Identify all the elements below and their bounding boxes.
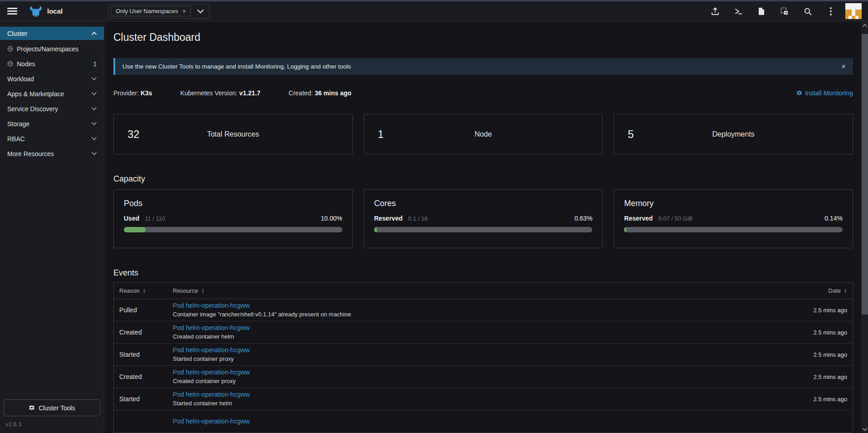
capacity-title: Memory [624, 199, 843, 208]
event-reason: Pulled [114, 299, 173, 321]
cluster-tools-banner: Use the new Cluster Tools to manage and … [113, 58, 853, 75]
event-date [757, 410, 853, 433]
sort-icon: ▲▼ [201, 288, 205, 294]
chevron-down-icon [92, 107, 97, 110]
capacity-cards: Pods Used 11 / 110 10.00% Cores Reserved… [113, 189, 853, 248]
chevron-down-icon [92, 77, 97, 80]
chevron-down-icon [92, 152, 97, 155]
event-resource-link[interactable]: Pod helm-operation-hcgww [173, 345, 250, 354]
namespace-filter-tag-label: Only User Namespaces [116, 8, 178, 15]
capacity-card-pods: Pods Used 11 / 110 10.00% [113, 189, 353, 248]
event-reason: Created [114, 366, 173, 388]
sidebar-group-label: Cluster [7, 30, 27, 37]
scrollbar-thumb[interactable] [862, 34, 868, 315]
sidebar-group-label: Apps & Marketplace [7, 90, 64, 98]
vertical-scrollbar[interactable] [861, 21, 868, 433]
stat-cards: 32 Total Resources 1 Node 5 Deployments [113, 114, 853, 154]
hamburger-menu-icon[interactable] [7, 8, 17, 15]
cores-progress-bar [374, 227, 593, 232]
item-count: 1 [93, 60, 97, 68]
event-row: Pod helm-operation-hcgww [114, 410, 853, 433]
search-icon[interactable] [803, 7, 812, 16]
rancher-logo[interactable] [29, 5, 43, 17]
stat-label: Total Resources [114, 130, 352, 138]
sidebar-group-apps-marketplace[interactable]: Apps & Marketplace [0, 86, 104, 101]
globe-icon [7, 46, 13, 52]
install-monitoring-link[interactable]: Install Monitoring [796, 89, 853, 97]
event-reason: Created [114, 321, 173, 343]
capacity-card-cores: Cores Reserved 0.1 / 16 0.63% [364, 189, 603, 248]
stat-card-deployments: 5 Deployments [614, 114, 853, 154]
sidebar-item-projects-namespaces[interactable]: Projects/Namespaces [0, 41, 104, 56]
sidebar-group-label: Service Discovery [7, 105, 58, 113]
capacity-fraction: 11 / 110 [145, 215, 165, 222]
sidebar-group-workload[interactable]: Workload [0, 71, 104, 86]
column-header-resource[interactable]: Resource ▲▼ [173, 283, 757, 299]
user-avatar[interactable] [845, 3, 862, 20]
namespace-tag-remove-icon[interactable]: × [182, 8, 186, 15]
namespace-filter-select[interactable]: Only User Namespaces × [108, 4, 210, 19]
cluster-tools-button[interactable]: Cluster Tools [4, 399, 100, 416]
page-title: Cluster Dashboard [113, 31, 853, 44]
capacity-title: Pods [124, 199, 342, 208]
sidebar-item-nodes[interactable]: Nodes 1 [0, 56, 104, 71]
provider-info: Provider: K3s [113, 89, 152, 97]
capacity-fraction: 0.07 / 50 GiB [658, 215, 692, 222]
pods-progress-fill [124, 227, 146, 232]
sort-icon: ▲▼ [143, 288, 146, 294]
event-message: Created container helm [173, 333, 250, 341]
capacity-metric-label: Reserved [624, 215, 653, 222]
capacity-percent: 10.00% [321, 215, 342, 222]
created-info: Created: 36 mins ago [288, 89, 351, 97]
sidebar-group-service-discovery[interactable]: Service Discovery [0, 101, 104, 116]
event-date: 2.5 mins ago [757, 366, 853, 388]
copy-kubeconfig-icon[interactable] [780, 7, 789, 16]
event-resource-link[interactable]: Pod helm-operation-hcgww [173, 417, 250, 426]
sidebar-group-cluster[interactable]: Cluster [0, 27, 104, 40]
more-menu-icon[interactable] [826, 7, 835, 16]
sort-icon: ▲▼ [844, 288, 847, 294]
event-message: Started container helm [173, 399, 250, 408]
sidebar-group-label: Workload [7, 75, 34, 83]
globe-icon [7, 61, 13, 67]
scrollbar-down-icon[interactable] [862, 428, 868, 431]
cluster-name[interactable]: local [47, 7, 63, 15]
rancher-app: local Only User Namespaces × [0, 0, 868, 433]
sidebar-group-label: More Resources [7, 150, 54, 157]
capacity-title: Cores [374, 199, 593, 208]
header-actions [711, 7, 835, 16]
sidebar-group-rbac[interactable]: RBAC [0, 131, 104, 146]
event-message: Started container proxy [173, 355, 250, 364]
event-message: Container image "rancher/shell:v0.1.14" … [173, 310, 351, 319]
top-bar: local Only User Namespaces × [0, 1, 868, 21]
scrollbar-up-icon[interactable] [862, 24, 868, 27]
sidebar-group-storage[interactable]: Storage [0, 116, 104, 131]
capacity-percent: 0.14% [824, 215, 843, 222]
chevron-down-icon [92, 92, 97, 95]
sidebar-group-label: Storage [7, 120, 29, 128]
sidebar-footer: Cluster Tools v2.6.3 [0, 396, 104, 433]
column-header-date[interactable]: Date ▲▼ [757, 283, 853, 299]
event-message: Created container proxy [173, 377, 250, 386]
import-yaml-icon[interactable] [711, 7, 720, 16]
pods-progress-bar [124, 227, 342, 232]
column-header-reason[interactable]: Reason ▲▼ [114, 283, 173, 299]
capacity-card-memory: Memory Reserved 0.07 / 50 GiB 0.14% [614, 189, 853, 248]
event-resource-link[interactable]: Pod helm-operation-hcgww [173, 301, 351, 310]
kubectl-shell-icon[interactable] [734, 7, 743, 16]
stat-label: Node [364, 130, 603, 138]
event-reason: Started [114, 344, 173, 365]
sidebar-item-label: Nodes [17, 60, 35, 68]
event-resource-link[interactable]: Pod helm-operation-hcgww [173, 323, 250, 332]
chevron-up-icon [92, 32, 97, 35]
download-kubeconfig-icon[interactable] [757, 7, 766, 16]
chevron-down-icon [197, 10, 204, 13]
event-row: Pulled Pod helm-operation-hcgww Containe… [114, 299, 853, 321]
event-resource-link[interactable]: Pod helm-operation-hcgww [173, 390, 250, 399]
banner-close-icon[interactable]: × [841, 62, 846, 71]
gear-icon [29, 405, 35, 411]
capacity-metric-label: Used [124, 215, 139, 222]
event-resource-link[interactable]: Pod helm-operation-hcgww [173, 368, 250, 377]
sidebar-group-more-resources[interactable]: More Resources [0, 146, 104, 161]
namespace-filter-tag: Only User Namespaces × [111, 6, 191, 16]
